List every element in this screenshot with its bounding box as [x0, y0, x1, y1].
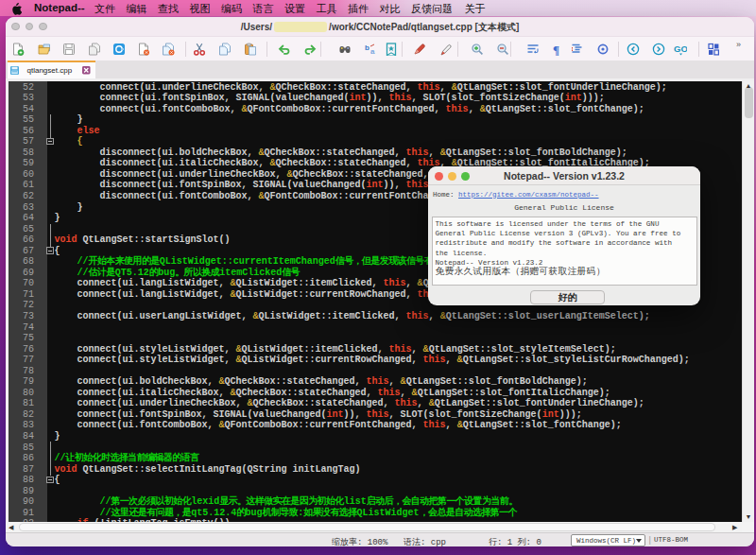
svg-text:GO: GO [674, 43, 687, 54]
svg-text:a: a [370, 47, 375, 56]
svg-text:¶: ¶ [553, 43, 559, 56]
svg-text:b: b [365, 43, 369, 52]
